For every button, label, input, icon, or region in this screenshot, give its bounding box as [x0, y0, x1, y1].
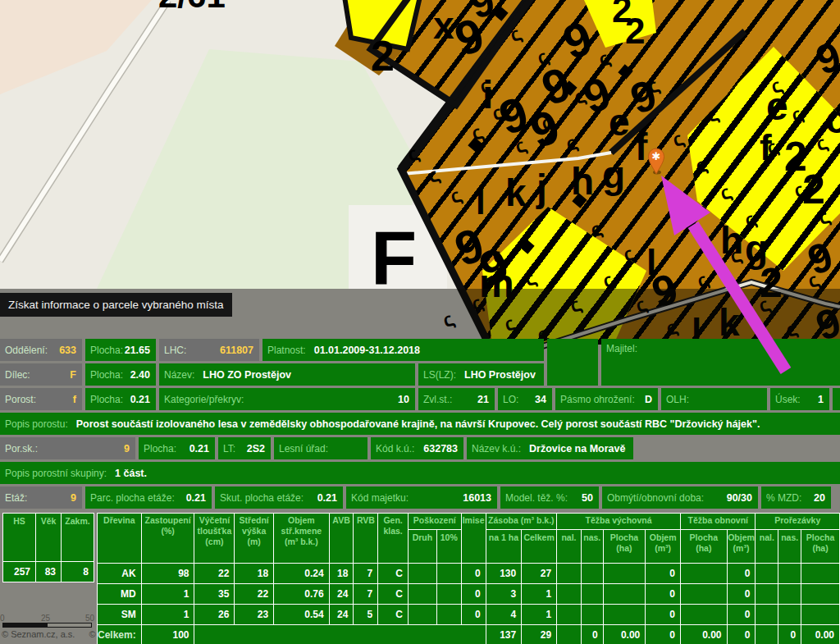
field-label: Skut. plocha etáže: [215, 492, 304, 504]
scale-bar-segment [2, 623, 47, 628]
species-cell: 98 [141, 564, 194, 584]
map-hook-symbol: ς [692, 154, 710, 176]
species-cell [801, 605, 840, 625]
field-value: f [73, 394, 82, 405]
field-label: Lesní úřad: [274, 443, 328, 454]
map-parcel-label: h [571, 162, 594, 200]
field-label: Zvl.st.: [418, 394, 452, 405]
species-cell [756, 564, 778, 584]
field-mzd: % MZD: 20 [761, 486, 831, 509]
map-tooltip: Získat informace o parcele vybraného mís… [0, 293, 232, 317]
species-cell: 26 [194, 605, 235, 625]
field-value: 21.65 [125, 345, 156, 356]
map-hook-symbol: ς [619, 243, 637, 265]
species-cell [436, 584, 461, 605]
species-cell: 0 [461, 564, 486, 584]
species-cell [581, 605, 603, 625]
field-majitel: Majitel: [601, 339, 840, 386]
species-cell: AK [98, 564, 142, 584]
species-cell: 5 [354, 605, 378, 625]
field-nazev-ku: Název k.ú.: Držovice na Moravě [467, 437, 633, 459]
species-cell: 18 [329, 564, 354, 584]
column-subheader: nal. [557, 530, 582, 564]
column-subheader: Plocha (ha) [681, 530, 727, 564]
species-cell: 23 [235, 605, 274, 625]
species-cell [681, 605, 727, 625]
field-label: Plocha: [85, 369, 123, 381]
field-popis-skupiny: Popis porostní skupiny: 1 část. [0, 462, 840, 484]
map-attribution: © Seznam.cz, a.s. © [2, 629, 96, 639]
total-cell: 0 [581, 625, 603, 644]
column-header: Zakm. [62, 514, 94, 562]
species-cell [681, 564, 727, 584]
field-lesni-urad: Lesní úřad: [274, 437, 368, 459]
species-cell: 0.76 [274, 584, 330, 605]
species-row: SM126230.54245C04100 [98, 605, 840, 625]
field-label: Kód k.ú.: [371, 443, 414, 454]
field-label: Popis porostní skupiny: [0, 468, 107, 479]
field-value: 0.21 [186, 492, 212, 504]
field-label: % MZD: [761, 492, 801, 504]
field-value: Porost součástí izolovaného lesa v zeměd… [76, 418, 760, 430]
field-label: Úsek: [770, 394, 801, 405]
field-label: Pásmo ohrožení: [555, 394, 635, 405]
field-label: Popis porostu: [0, 418, 68, 430]
species-cell: 0 [646, 564, 681, 584]
total-cell: 0.00 [681, 625, 727, 644]
species-cell [801, 564, 840, 584]
map-parcel-label: c [825, 100, 840, 139]
field-value: 9 [124, 443, 135, 454]
map-hook-symbol: ς [703, 103, 721, 126]
species-cell [778, 584, 801, 605]
total-cell: 137 [486, 625, 522, 644]
field-etaz: Etáž: 9 [0, 486, 82, 509]
field-label: Parc. plocha etáže: [85, 492, 175, 504]
field-value: F [70, 369, 82, 381]
map-hook-symbol: ς [446, 185, 464, 207]
map-hook-symbol: ς [587, 218, 605, 240]
total-cell: 0 [778, 625, 801, 644]
column-subheader: Objem (m³) [727, 530, 756, 564]
map-parcel-label: k [505, 174, 527, 212]
field-label: OLH: [661, 394, 689, 405]
field-value: 633 [59, 345, 82, 356]
species-cell [801, 584, 840, 605]
field-dilec: Dílec: F [0, 363, 82, 386]
field-value: LHO Prostějov [464, 369, 536, 381]
map-viewport[interactable]: 2/612x9922i99999e9fghjkl99mFe9cf22hg299l… [0, 0, 840, 644]
species-cell [603, 605, 646, 625]
field-lslz: LS(LZ): LHO Prostějov [418, 363, 544, 386]
scale-tick: 50 [85, 614, 94, 623]
field-value: 34 [535, 394, 552, 405]
field-value: 90/30 [727, 492, 758, 504]
field-lo: LO: 34 [498, 388, 552, 410]
attribution-text: © Seznam.cz, a.s. [2, 629, 75, 639]
field-value: 50 [582, 492, 599, 504]
total-cell: 0 [646, 625, 681, 644]
field-kategorie: Kategorie/překryv: 10 [159, 388, 415, 410]
field-label: Majitel: [601, 339, 637, 354]
species-cell: 7 [354, 584, 378, 605]
field-value: 632783 [423, 443, 463, 454]
map-parcel-label: e [609, 103, 630, 141]
column-subheader: na 1 ha [486, 530, 522, 564]
field-nazev: Název: LHO ZO Prostějov [159, 363, 415, 386]
field-label: LT: [218, 443, 235, 454]
species-cell: 1 [141, 605, 194, 625]
stand-summary-table: HSVěkZakm.257838 [2, 513, 94, 582]
field-value: 21 [477, 394, 495, 405]
species-cell: 0 [727, 584, 756, 605]
map-parcel-label: F [371, 220, 417, 295]
summary-cell: 257 [3, 562, 36, 582]
total-cell: 29 [522, 625, 557, 644]
map-parcel-label: l [476, 185, 486, 220]
column-header: HS [3, 514, 36, 562]
field-olh: OLH: [661, 388, 767, 410]
species-cell: 22 [194, 564, 235, 584]
species-cell [408, 564, 436, 584]
map-hook-symbol: ς [788, 103, 806, 126]
species-cell: 0 [461, 584, 486, 605]
total-label: Celkem: [98, 625, 142, 644]
species-cell: SM [98, 605, 142, 625]
field-label: Por.sk.: [0, 443, 38, 454]
